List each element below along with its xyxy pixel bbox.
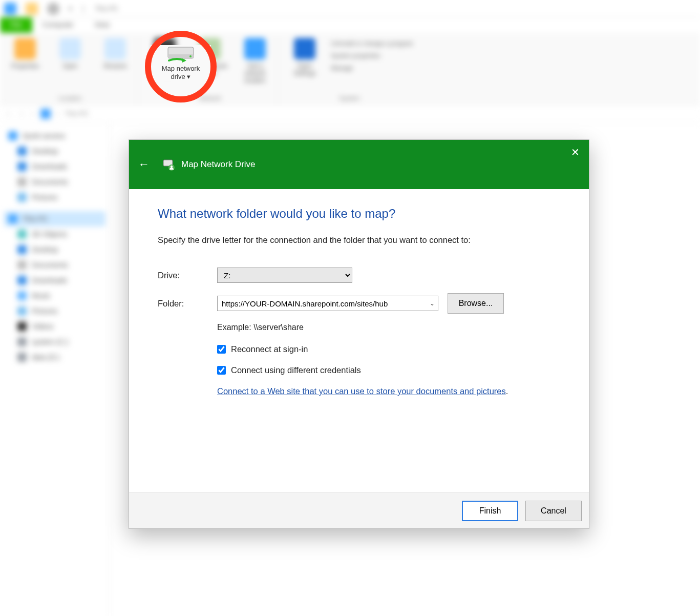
drive-label: Drive: bbox=[158, 271, 212, 280]
network-drive-icon bbox=[163, 158, 175, 171]
credentials-checkbox[interactable] bbox=[217, 366, 226, 375]
chevron-down-icon[interactable]: ⌄ bbox=[427, 300, 435, 307]
cancel-button[interactable]: Cancel bbox=[525, 501, 582, 521]
dialog-content: What network folder would you like to ma… bbox=[129, 189, 589, 492]
dialog-description: Specify the drive letter for the connect… bbox=[158, 235, 560, 245]
svg-point-5 bbox=[171, 166, 173, 168]
browse-button[interactable]: Browse... bbox=[448, 293, 504, 314]
connect-website-link[interactable]: Connect to a Web site that you can use t… bbox=[217, 386, 506, 396]
credentials-checkbox-row[interactable]: Connect using different credentials bbox=[217, 365, 560, 375]
reconnect-label: Reconnect at sign-in bbox=[231, 344, 308, 354]
credentials-label: Connect using different credentials bbox=[231, 365, 361, 375]
reconnect-checkbox-row[interactable]: Reconnect at sign-in bbox=[217, 344, 560, 354]
svg-point-2 bbox=[189, 55, 192, 57]
back-arrow-icon[interactable]: ← bbox=[138, 158, 150, 171]
dialog-title: Map Network Drive bbox=[181, 159, 256, 170]
map-network-drive-ribbon-button[interactable]: Map network drive ▾ bbox=[151, 45, 211, 81]
map-network-drive-label: Map network drive ▾ bbox=[162, 65, 200, 81]
dialog-header: ← Map Network Drive ✕ bbox=[129, 140, 589, 189]
folder-combobox[interactable]: ⌄ bbox=[217, 296, 438, 311]
dialog-heading: What network folder would you like to ma… bbox=[158, 207, 560, 221]
map-network-drive-dialog: ← Map Network Drive ✕ What network folde… bbox=[129, 139, 589, 529]
finish-button[interactable]: Finish bbox=[462, 501, 518, 521]
drive-icon bbox=[167, 45, 195, 63]
folder-input[interactable] bbox=[222, 299, 427, 308]
reconnect-checkbox[interactable] bbox=[217, 345, 226, 354]
drive-select[interactable]: Z: bbox=[217, 268, 352, 283]
close-icon[interactable]: ✕ bbox=[571, 146, 580, 158]
dialog-footer: Finish Cancel bbox=[129, 492, 589, 528]
folder-example: Example: \\server\share bbox=[217, 323, 560, 332]
folder-label: Folder: bbox=[158, 299, 212, 309]
